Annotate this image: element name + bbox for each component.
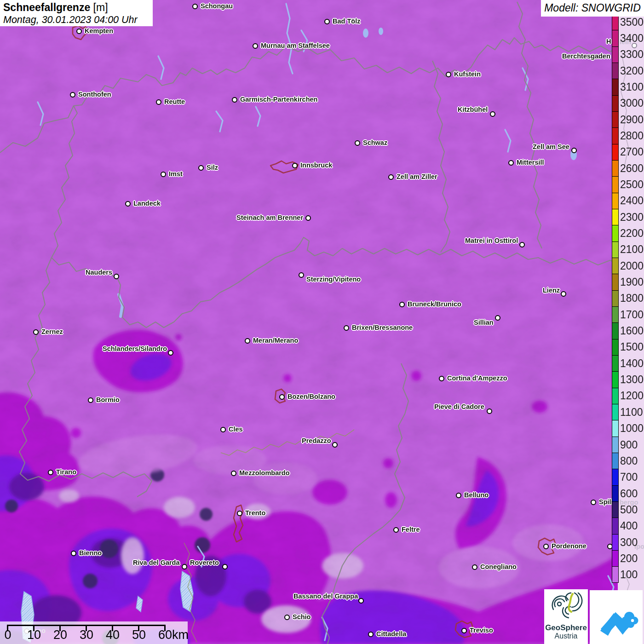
colorbar-segment: [612, 225, 618, 242]
city-label: Mittersill: [517, 158, 544, 167]
city-dot: [472, 564, 477, 570]
colorbar-segment: [612, 128, 618, 144]
city-dot: [495, 315, 500, 321]
city-dot: [198, 165, 204, 171]
city-label: Bienno: [79, 549, 102, 558]
colorbar-value: 200: [620, 553, 638, 564]
city-dot: [508, 160, 514, 166]
scale-bar-label: 30: [80, 628, 93, 642]
colorbar-value: 1800: [620, 293, 644, 304]
colorbar-segment: [612, 144, 618, 161]
colorbar-value: 3300: [620, 49, 644, 60]
city-label: Zell am See: [533, 143, 569, 151]
colorbar-segment: [612, 486, 618, 502]
colorbar-value: 100: [620, 569, 638, 580]
colorbar-segment: [612, 518, 618, 534]
colorbar-segment: [612, 453, 618, 469]
city-dot: [48, 470, 53, 475]
city-label: Innsbruck: [300, 161, 332, 170]
colorbar-value: 3100: [620, 81, 644, 92]
colorbar-segment: [612, 356, 618, 372]
city-dot: [299, 272, 304, 278]
city-dot: [192, 4, 198, 9]
colorbar-segment: [612, 420, 618, 437]
city-dot: [446, 72, 451, 77]
city-label: Trento: [245, 509, 265, 518]
city-label: Nauders: [86, 268, 112, 277]
city-label: Bozen/Bolzano: [288, 392, 335, 401]
colorbar-segment: [612, 177, 618, 193]
city-label: Matrei in Osttirol: [465, 236, 518, 245]
city-label: Sonthofen: [78, 90, 111, 99]
colorbar-segment: [612, 323, 618, 339]
city-dot: [388, 174, 394, 180]
city-dot: [231, 471, 236, 476]
city-label: Murnau am Staffelsee: [261, 41, 330, 50]
city-label: Garmisch-Partenkirchen: [240, 95, 317, 104]
city-dot: [487, 408, 492, 414]
mountain-cloud-icon: [590, 590, 643, 644]
city-dot: [324, 19, 330, 24]
city-label: Cles: [229, 425, 243, 434]
colorbar-value: 3000: [620, 98, 644, 109]
city-label: Bruneck/Brunico: [408, 300, 461, 309]
colorbar-value: 3400: [620, 33, 644, 44]
city-dot: [591, 500, 596, 505]
city-label: Bassano del Grappa: [293, 592, 358, 601]
scale-bar-label: 40: [106, 628, 120, 642]
city-dot: [358, 598, 364, 604]
colorbar-segment: [612, 258, 618, 274]
scale-bar-label: 50: [132, 628, 146, 642]
colorbar-segment: [612, 63, 618, 79]
city-label: Mezzolombardo: [239, 469, 290, 477]
colorbar-value: 300: [620, 537, 638, 548]
colorbar-segment: [612, 96, 618, 112]
city-dot: [232, 97, 237, 103]
colorbar-segment: [612, 437, 618, 453]
city-label: Kitzbühel: [458, 105, 488, 114]
city-label: Riva del Garda: [133, 558, 180, 567]
city-dot: [245, 338, 250, 344]
city-label: Cortina d'Ampezzo: [447, 374, 507, 383]
colorbar-value: 1600: [620, 325, 644, 336]
colorbar-value: 2900: [620, 114, 644, 125]
city-label: Bad Tölz: [333, 17, 360, 26]
colorbar-value: 1900: [620, 276, 644, 288]
city-dot: [461, 628, 467, 633]
city-dot: [222, 564, 228, 569]
colorbar-value: 2500: [620, 179, 644, 190]
city-dot: [114, 274, 119, 279]
city-label: Conegliano: [480, 563, 517, 571]
colorbar-segment: [612, 274, 618, 290]
city-label: Kufstein: [454, 70, 481, 79]
city-label: Berchtesgaden: [562, 52, 610, 61]
colorbar-value: 2600: [620, 163, 644, 174]
city-dot: [156, 99, 161, 105]
city-label: Imst: [169, 170, 183, 178]
city-label: Schlanders/Silandro: [103, 345, 167, 353]
city-label: Cittadella: [376, 630, 406, 638]
partner-logo: [590, 590, 643, 644]
colorbar-segment: [612, 242, 618, 258]
city-dot: [439, 376, 444, 381]
colorbar-value: 2800: [620, 130, 644, 141]
colorbar-value: 2100: [620, 244, 644, 255]
colorbar-value: 1700: [620, 309, 644, 320]
title-text: Schneefallgrenze: [3, 1, 90, 13]
city-dot: [332, 442, 338, 448]
city-label: Schwaz: [363, 138, 387, 147]
scale-bar-label: 60km: [158, 628, 189, 642]
colorbar-segment: [612, 79, 618, 95]
city-dot: [456, 493, 461, 498]
city-dot: [76, 29, 82, 34]
colorbar-value: 1000: [620, 423, 644, 434]
colorbar-value: 2300: [620, 212, 644, 223]
city-label: Schio: [293, 613, 310, 621]
colorbar-segment: [612, 209, 618, 225]
colorbar-value: 3500: [620, 17, 644, 28]
city-label: Predazzo: [302, 437, 331, 445]
city-dot: [292, 163, 298, 168]
title-box: Schneefallgrenze [m] Montag, 30.01.2023 …: [0, 0, 153, 26]
city-label: Rovereto: [190, 558, 219, 567]
colorbar-value: 700: [620, 472, 638, 483]
